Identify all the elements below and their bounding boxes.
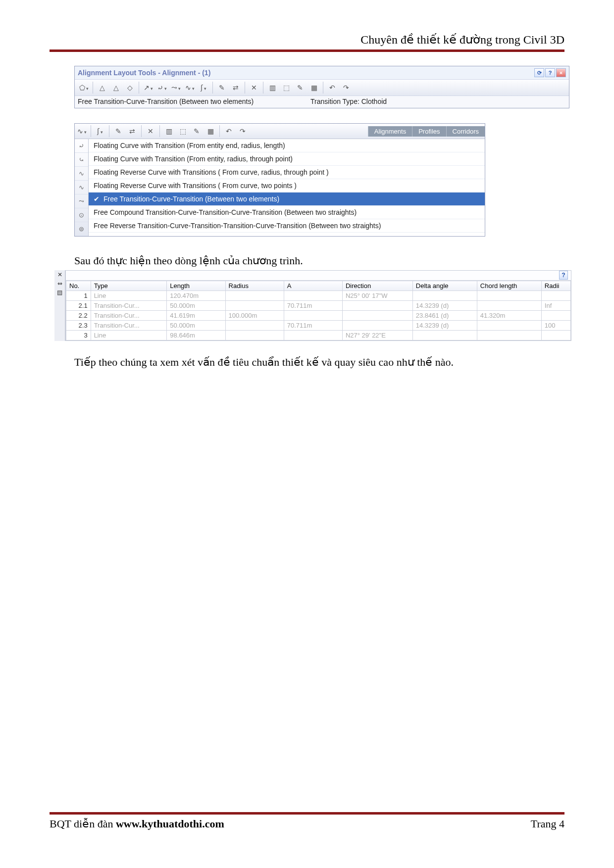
dropdown-item[interactable]: Floating Reverse Curve with Transitions …: [89, 179, 485, 193]
curve-dropdown: ∿ ʃ ✎ ⇄ ✕ ▥ ⬚ ✎ ▦ ↶ ↷ Alignments Profile…: [74, 123, 485, 237]
close-icon[interactable]: ✕: [57, 271, 62, 278]
redo-icon[interactable]: ↷: [340, 82, 352, 94]
float-rev-radius-icon: ∿: [75, 167, 88, 181]
spiral-tool-icon[interactable]: ʃ: [94, 125, 106, 137]
status-right: Transition Type: Clothoid: [310, 97, 566, 105]
table-header[interactable]: Delta angle: [412, 281, 477, 291]
spiral-tool-icon[interactable]: ʃ: [198, 82, 209, 94]
dropdown-item[interactable]: Floating Curve with Transition (From ent…: [89, 139, 485, 152]
footer-left: BQT diễn đàn www.kythuatdothi.com: [50, 818, 224, 830]
refresh-icon[interactable]: ⟳: [534, 68, 544, 77]
table-header[interactable]: Type: [91, 281, 167, 291]
spiral-arc-icon[interactable]: ⤳: [170, 82, 182, 94]
line-tool-icon[interactable]: ↗: [142, 82, 154, 94]
select-icon[interactable]: ⬚: [280, 82, 292, 94]
table-row[interactable]: 3Line98.646mN27° 29' 22"E: [66, 331, 571, 340]
dropdown-item-label: Free Transition-Curve-Transition (Betwee…: [103, 195, 279, 203]
table-header[interactable]: A: [284, 281, 342, 291]
table-header[interactable]: No.: [66, 281, 91, 291]
float-curve-through-icon: ⤿: [75, 153, 88, 167]
dropdown-item-label: Floating Reverse Curve with Transitions …: [94, 182, 297, 190]
resize-icon[interactable]: ⇔: [57, 280, 62, 287]
align-tool-icon[interactable]: ⬠: [78, 82, 90, 94]
delete-sub-icon[interactable]: ✕: [248, 82, 260, 94]
page-header: Chuyên đề thiết kế đường trong Civil 3D: [50, 33, 564, 52]
footer-link[interactable]: www.kythuatdothi.com: [116, 818, 224, 830]
edit-icon[interactable]: ✎: [294, 82, 306, 94]
table-row[interactable]: 1Line120.470mN25° 00' 17"W: [66, 291, 571, 301]
tab-alignments[interactable]: Alignments: [368, 126, 412, 137]
free-reverse-icon: ⊚: [75, 222, 88, 236]
undo-icon[interactable]: ↶: [326, 82, 338, 94]
dropdown-item[interactable]: Floating Curve with Transition (From ent…: [89, 152, 485, 166]
select-icon[interactable]: ⬚: [177, 125, 189, 137]
tab-corridors[interactable]: Corridors: [446, 126, 485, 137]
rev-curve-icon[interactable]: ∿: [184, 82, 196, 94]
dropdown-item-label: Floating Curve with Transition (From ent…: [94, 155, 293, 163]
dropdown-item[interactable]: ✔Free Transition-Curve-Transition (Betwe…: [89, 193, 485, 206]
tangent-del-icon[interactable]: △: [110, 82, 122, 94]
dropdown-item[interactable]: Floating Reverse Curve with Transitions …: [89, 166, 485, 179]
free-tct-icon: ⤳: [75, 194, 88, 208]
close-icon[interactable]: ×: [556, 68, 566, 77]
table-header[interactable]: Direction: [342, 281, 412, 291]
dropdown-item-label: Free Reverse Transition-Curve-Transition…: [94, 222, 381, 230]
panorama-icon[interactable]: ▦: [205, 125, 216, 137]
conv-icon[interactable]: ⇄: [126, 125, 138, 137]
table-header[interactable]: Radii: [541, 281, 570, 291]
status-left: Free Transition-Curve-Transition (Betwee…: [78, 97, 310, 105]
grid-icon[interactable]: ▥: [163, 125, 175, 137]
conv-icon[interactable]: ⇄: [230, 82, 242, 94]
panorama-icon[interactable]: ▦: [308, 82, 320, 94]
pvi-icon[interactable]: ✎: [112, 125, 124, 137]
table-header[interactable]: Chord length: [477, 281, 541, 291]
dropdown-item-label: Floating Curve with Transition (From ent…: [94, 142, 285, 149]
alignment-grid: ✕ ⇔ ▤ ? No.TypeLengthRadiusADirectionDel…: [54, 270, 571, 341]
footer-right: Trang 4: [531, 818, 564, 830]
table-row[interactable]: 2.1Transition-Cur...50.000m70.711m14.323…: [66, 301, 571, 311]
dropdown-iconcol: ⤾ ⤿ ∿ ∿ ⤳ ⊙ ⊚: [75, 139, 89, 236]
help-icon[interactable]: ?: [559, 271, 568, 280]
table-header[interactable]: Radius: [225, 281, 284, 291]
dropdown-item[interactable]: Free Reverse Transition-Curve-Transition…: [89, 219, 485, 233]
arc-tool-icon[interactable]: ⤾: [156, 82, 168, 94]
tab-profiles[interactable]: Profiles: [412, 126, 446, 137]
table-row[interactable]: 2.2Transition-Cur...41.619m100.000m23.84…: [66, 311, 571, 321]
toolbar-icons: ⬠ △ △ ◇ ↗ ⤾ ⤳ ∿ ʃ ✎ ⇄ ✕ ▥ ⬚ ✎ ▦ ↶ ↷: [75, 79, 569, 96]
dropdown-item-label: Free Compound Transition-Curve-Transitio…: [94, 208, 357, 216]
alignment-toolbar: Alignment Layout Tools - Alignment - (1)…: [74, 66, 569, 108]
float-curve-end-icon: ⤾: [75, 139, 88, 153]
delete-sub-icon[interactable]: ✕: [145, 125, 156, 137]
redo-icon[interactable]: ↷: [237, 125, 249, 137]
edit-icon[interactable]: ✎: [191, 125, 203, 137]
toolbar-title: Alignment Layout Tools - Alignment - (1): [78, 69, 210, 77]
rev-curve-icon[interactable]: ∿: [76, 125, 88, 137]
data-table: No.TypeLengthRadiusADirectionDelta angle…: [66, 281, 571, 340]
pvi-icon[interactable]: ✎: [216, 82, 228, 94]
table-header[interactable]: Length: [167, 281, 225, 291]
help-icon[interactable]: ?: [545, 68, 555, 77]
float-rev-points-icon: ∿: [75, 181, 88, 194]
dropdown-list: Floating Curve with Transition (From ent…: [89, 139, 485, 236]
dropdown-item-label: Floating Reverse Curve with Transitions …: [94, 168, 329, 176]
panel-icon[interactable]: ▤: [57, 289, 62, 296]
undo-icon[interactable]: ↶: [223, 125, 235, 137]
body-text-2: Tiếp theo chúng ta xem xét vấn đề tiêu c…: [74, 356, 564, 369]
body-text-1: Sau đó thực hiện theo dòng lệnh của chươ…: [74, 254, 564, 267]
check-icon: ✔: [94, 195, 101, 203]
tangent-icon[interactable]: △: [96, 82, 108, 94]
free-compound-icon: ⊙: [75, 208, 88, 222]
table-row[interactable]: 2.3Transition-Cur...50.000m70.711m14.323…: [66, 321, 571, 331]
dropdown-item[interactable]: Free Compound Transition-Curve-Transitio…: [89, 206, 485, 219]
grid-icon[interactable]: ▥: [266, 82, 278, 94]
pi-icon[interactable]: ◇: [124, 82, 136, 94]
